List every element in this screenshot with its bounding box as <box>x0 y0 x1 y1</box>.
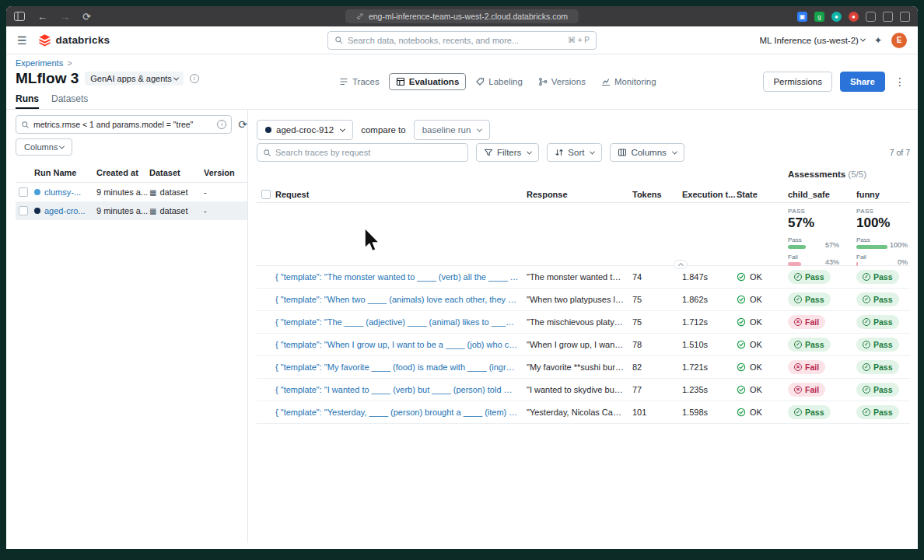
tab-evaluations[interactable]: Evaluations <box>389 73 467 90</box>
run-selector[interactable]: aged-croc-912 <box>257 120 353 140</box>
trace-tokens: 101 <box>632 408 682 417</box>
fail-bar-row: Fail 43% <box>788 254 839 266</box>
breadcrumb-separator: > <box>67 58 72 68</box>
trace-row[interactable]: { "template": "When two ____ (animals) l… <box>257 289 910 311</box>
forward-icon[interactable]: → <box>60 11 70 23</box>
trace-request-link[interactable]: { "template": "Yesterday, ____ (person) … <box>275 408 527 417</box>
trace-search-input[interactable] <box>275 148 462 157</box>
info-icon[interactable]: i <box>190 74 199 83</box>
trace-request-link[interactable]: { "template": "My favorite ____ (food) i… <box>275 362 527 372</box>
app-header: ☰ databricks Search data, notebooks, rec… <box>6 26 918 54</box>
col-state[interactable]: State <box>737 190 788 199</box>
run-name-link[interactable]: clumsy-... <box>44 187 81 197</box>
col-request[interactable]: Request <box>275 190 527 199</box>
refresh-runs-icon[interactable]: ⟳ <box>238 118 247 131</box>
header-divider <box>6 109 918 110</box>
back-icon[interactable]: ← <box>37 11 47 23</box>
trace-row[interactable]: { "template": "The monster wanted to ___… <box>257 266 910 289</box>
sidebar-toggle-icon[interactable] <box>14 12 25 21</box>
reload-icon[interactable]: ⟳ <box>82 11 91 23</box>
col-funny[interactable]: funny <box>856 190 910 199</box>
col-execution[interactable]: Execution t... <box>682 190 737 199</box>
col-dataset[interactable]: Dataset <box>149 168 204 177</box>
trace-request-link[interactable]: { "template": "The ____ (adjective) ____… <box>275 317 527 327</box>
address-bar[interactable]: eng-ml-inference-team-us-west-2.cloud.da… <box>345 9 579 23</box>
kebab-menu-icon[interactable]: ⋮ <box>893 75 907 88</box>
share-button[interactable]: Share <box>840 72 885 92</box>
tab-datasets[interactable]: Datasets <box>51 93 88 109</box>
run-checkbox[interactable] <box>19 206 28 215</box>
filters-button[interactable]: Filters <box>476 143 539 162</box>
tab-runs[interactable]: Runs <box>16 93 39 109</box>
badge-icon: ✓ <box>794 341 802 348</box>
new-tab-icon[interactable] <box>866 12 876 22</box>
sort-button[interactable]: Sort <box>547 143 602 162</box>
tab-overview-icon[interactable] <box>900 12 910 22</box>
pass-bar <box>856 245 887 249</box>
extension-green-icon[interactable]: g <box>814 12 824 22</box>
run-checkbox[interactable] <box>19 187 28 197</box>
runs-search-box[interactable]: i <box>16 115 232 134</box>
col-created-at[interactable]: Created at <box>96 168 149 177</box>
child-safe-badge: ✕Fail <box>788 315 825 329</box>
columns-button[interactable]: Columns <box>610 143 684 162</box>
trace-tokens: 74 <box>632 272 682 282</box>
hamburger-menu-icon[interactable]: ☰ <box>17 34 27 47</box>
workspace-selector[interactable]: ML Inference (us-west-2) <box>760 36 865 45</box>
trace-tokens: 75 <box>632 295 682 304</box>
permissions-button[interactable]: Permissions <box>763 72 832 92</box>
avatar[interactable]: E <box>891 33 907 48</box>
trace-search-box[interactable] <box>257 143 468 162</box>
title-row: MLflow 3 GenAI apps & agents i <box>16 70 199 87</box>
col-response[interactable]: Response <box>527 190 632 199</box>
traces-icon <box>339 77 348 86</box>
trace-request-link[interactable]: { "template": "When I grow up, I want to… <box>275 340 527 349</box>
breadcrumb[interactable]: Experiments > <box>16 58 72 68</box>
run-name-link[interactable]: aged-cro... <box>44 206 86 215</box>
breadcrumb-experiments-link[interactable]: Experiments <box>16 58 63 68</box>
tab-versions[interactable]: Versions <box>532 74 592 89</box>
col-tokens[interactable]: Tokens <box>632 190 682 199</box>
chrome-nav-controls: ← → ⟳ <box>14 11 91 23</box>
global-search-placeholder: Search data, notebooks, recents, and mor… <box>348 36 519 45</box>
global-search[interactable]: Search data, notebooks, recents, and mor… <box>327 31 597 50</box>
badge-icon: ✓ <box>794 296 802 303</box>
select-all-checkbox[interactable] <box>261 190 271 199</box>
col-version[interactable]: Version <box>204 168 247 177</box>
trace-row[interactable]: { "template": "The ____ (adjective) ____… <box>257 311 910 334</box>
run-dot <box>34 208 40 214</box>
trace-request-link[interactable]: { "template": "When two ____ (animals) l… <box>275 295 527 304</box>
trace-request-link[interactable]: { "template": "The monster wanted to ___… <box>275 272 527 282</box>
runs-search-input[interactable] <box>33 120 213 129</box>
run-dataset[interactable]: dataset <box>159 206 187 215</box>
databricks-brand[interactable]: databricks <box>38 33 110 47</box>
tab-labeling[interactable]: Labeling <box>469 74 528 89</box>
trace-response: "I wanted to skydive but my... <box>527 385 632 394</box>
trace-row[interactable]: { "template": "My favorite ____ (food) i… <box>257 356 910 379</box>
run-row[interactable]: aged-cro... 9 minutes a... ▦ dataset - <box>16 201 247 220</box>
trace-tokens: 82 <box>632 362 682 372</box>
record-icon[interactable]: ● <box>849 12 859 22</box>
trace-request-link[interactable]: { "template": "I wanted to ____ (verb) b… <box>275 385 527 394</box>
run-dataset[interactable]: dataset <box>159 187 187 197</box>
tab-monitoring[interactable]: Monitoring <box>595 74 663 89</box>
extension-blue-icon[interactable]: ▣ <box>797 12 807 22</box>
search-info-icon[interactable]: i <box>217 120 226 129</box>
trace-row[interactable]: { "template": "When I grow up, I want to… <box>257 334 910 356</box>
runs-columns-button[interactable]: Columns <box>16 138 72 156</box>
panel-icon[interactable] <box>883 12 893 22</box>
assistant-sparkle-icon[interactable]: ✦ <box>874 35 882 46</box>
extension-teal-icon[interactable]: ● <box>831 12 842 22</box>
baseline-run-selector[interactable]: baseline run <box>414 120 491 140</box>
col-run-name[interactable]: Run Name <box>34 168 96 177</box>
trace-controls-row: Filters Sort Columns 7 of 7 <box>257 143 910 162</box>
trace-response: "When two platypuses love ... <box>527 295 632 304</box>
run-row[interactable]: clumsy-... 9 minutes a... ▦ dataset - <box>16 183 247 201</box>
collapse-summary-chevron[interactable] <box>674 260 688 269</box>
trace-row[interactable]: { "template": "Yesterday, ____ (person) … <box>257 401 910 424</box>
experiment-type-selector[interactable]: GenAI apps & agents <box>85 72 184 86</box>
tab-traces[interactable]: Traces <box>333 74 386 89</box>
badge-icon: ✕ <box>794 386 802 394</box>
trace-row[interactable]: { "template": "I wanted to ____ (verb) b… <box>257 379 910 401</box>
col-child-safe[interactable]: child_safe <box>788 190 856 199</box>
